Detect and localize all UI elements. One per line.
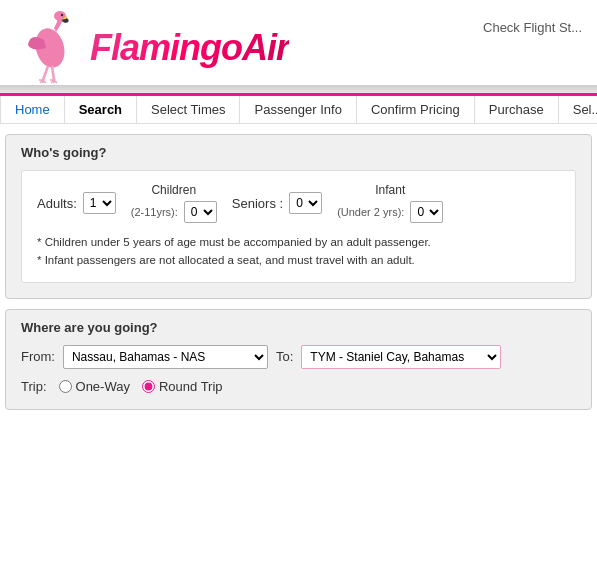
- infant-sublabel: (Under 2 yrs):: [337, 206, 404, 218]
- nav-sel[interactable]: Sel...: [559, 96, 597, 123]
- nav-purchase[interactable]: Purchase: [475, 96, 559, 123]
- whos-going-content: Adults: 123456789 Children (2-11yrs): 01…: [21, 170, 576, 283]
- to-label: To:: [276, 349, 293, 364]
- seniors-label: Seniors :: [232, 196, 283, 211]
- from-label: From:: [21, 349, 55, 364]
- trip-label: Trip:: [21, 379, 47, 394]
- note-children: * Children under 5 years of age must be …: [37, 233, 560, 251]
- from-select[interactable]: Nassau, Bahamas - NAS Freeport, Bahamas …: [63, 345, 268, 369]
- infant-label: Infant: [375, 183, 405, 197]
- seniors-group: Seniors : 01234: [232, 192, 322, 214]
- one-way-label: One-Way: [76, 379, 130, 394]
- adults-select[interactable]: 123456789: [83, 192, 116, 214]
- passengers-row: Adults: 123456789 Children (2-11yrs): 01…: [37, 183, 560, 223]
- infant-select[interactable]: 0123: [410, 201, 443, 223]
- logo-area: FlamingoAir: [10, 10, 289, 85]
- navigation: Home Search Select Times Passenger Info …: [0, 93, 597, 124]
- nav-confirm-pricing[interactable]: Confirm Pricing: [357, 96, 475, 123]
- flamingo-icon: [10, 10, 90, 85]
- nav-select-times[interactable]: Select Times: [137, 96, 240, 123]
- nav-search[interactable]: Search: [65, 96, 137, 123]
- where-going-title: Where are you going?: [21, 320, 576, 335]
- infant-inline: (Under 2 yrs): 0123: [337, 201, 443, 223]
- svg-point-2: [61, 14, 63, 16]
- nav-home[interactable]: Home: [0, 96, 65, 123]
- where-going-section: Where are you going? From: Nassau, Baham…: [5, 309, 592, 410]
- where-row: From: Nassau, Bahamas - NAS Freeport, Ba…: [21, 345, 576, 369]
- children-group: Children (2-11yrs): 012345: [131, 183, 217, 223]
- whos-going-title: Who's going?: [21, 145, 576, 160]
- one-way-radio[interactable]: [59, 380, 72, 393]
- note-infant: * Infant passengers are not allocated a …: [37, 251, 560, 269]
- svg-line-4: [52, 66, 54, 80]
- check-flight-status[interactable]: Check Flight St...: [483, 10, 587, 35]
- children-inline: (2-11yrs): 012345: [131, 201, 217, 223]
- one-way-option[interactable]: One-Way: [59, 379, 130, 394]
- adults-group: Adults: 123456789: [37, 192, 116, 214]
- nav-passenger-info[interactable]: Passenger Info: [240, 96, 356, 123]
- whos-going-section: Who's going? Adults: 123456789 Children …: [5, 134, 592, 299]
- round-trip-radio[interactable]: [142, 380, 155, 393]
- round-trip-option[interactable]: Round Trip: [142, 379, 223, 394]
- infant-group: Infant (Under 2 yrs): 0123: [337, 183, 443, 223]
- svg-line-3: [43, 66, 48, 80]
- adults-label: Adults:: [37, 196, 77, 211]
- children-select[interactable]: 012345: [184, 201, 217, 223]
- children-label: Children: [151, 183, 196, 197]
- logo-text: FlamingoAir: [90, 27, 289, 69]
- passenger-notes: * Children under 5 years of age must be …: [37, 233, 560, 270]
- header: FlamingoAir Check Flight St...: [0, 0, 597, 85]
- seniors-select[interactable]: 01234: [289, 192, 322, 214]
- scroll-divider: [0, 85, 597, 93]
- to-select[interactable]: TYM - Staniel Cay, Bahamas Nassau, Baham…: [301, 345, 501, 369]
- round-trip-label: Round Trip: [159, 379, 223, 394]
- trip-row: Trip: One-Way Round Trip: [21, 379, 576, 394]
- children-sublabel: (2-11yrs):: [131, 206, 178, 218]
